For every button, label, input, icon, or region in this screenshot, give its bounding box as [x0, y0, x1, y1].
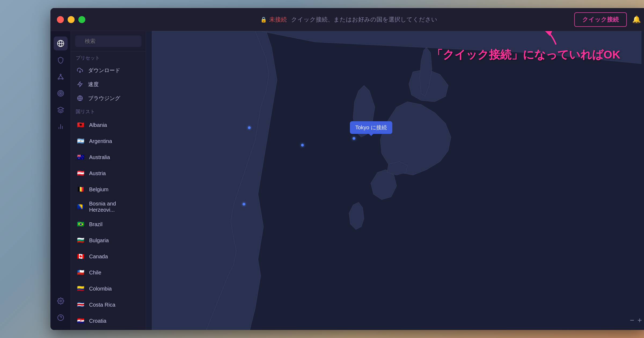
country-item[interactable]: 🇦🇹 Austria [71, 165, 146, 181]
svg-point-16 [60, 300, 61, 302]
country-panel: 🔍 プリセット ダウンロード [71, 31, 146, 330]
svg-point-10 [59, 92, 62, 95]
search-bar: 🔍 [71, 31, 146, 52]
country-item[interactable]: 🇨🇦 Canada [71, 248, 146, 264]
svg-line-6 [58, 75, 61, 78]
annotation-arrow [486, 31, 567, 53]
lock-icon: 🔒 [260, 16, 267, 23]
country-item[interactable]: 🇨🇾 Cyprus [71, 329, 146, 330]
country-flag: 🇦🇹 [76, 168, 85, 178]
country-name: Belgium [89, 186, 108, 193]
country-name: Bulgaria [89, 237, 109, 244]
country-name: Costa Rica [89, 302, 115, 308]
country-flag: 🇨🇱 [76, 268, 85, 277]
country-item[interactable]: 🇧🇬 Bulgaria [71, 232, 146, 248]
sidebar-bottom [54, 294, 68, 325]
map-area: Tokyo に接続 「クイック接続」になっていればOK − + [146, 31, 644, 330]
zoom-controls: − + [630, 316, 642, 325]
country-flag: 🇧🇬 [76, 236, 85, 245]
bell-icon[interactable]: 🔔 [632, 15, 641, 24]
preset-browsing-label: ブラウジング [88, 95, 120, 102]
preset-browsing[interactable]: ブラウジング [71, 91, 146, 105]
country-name: Austria [89, 170, 106, 177]
close-button[interactable] [57, 16, 64, 23]
country-name: Albania [89, 122, 107, 128]
map-dot-3 [243, 203, 245, 205]
zoom-plus-button[interactable]: + [638, 316, 642, 325]
country-item[interactable]: 🇨🇴 Colombia [71, 281, 146, 297]
title-center: 🔒 未接続 クイック接続、またはお好みの国を選択してください [260, 16, 437, 24]
title-bar: 🔒 未接続 クイック接続、またはお好みの国を選択してください クイック接続 🔔 [50, 8, 644, 31]
title-right: クイック接続 🔔 [574, 12, 641, 27]
map-svg [146, 31, 644, 330]
svg-point-4 [58, 78, 59, 79]
country-flag: 🇧🇪 [76, 185, 85, 194]
preset-speed-label: 速度 [88, 81, 99, 88]
zoom-minus-button[interactable]: − [630, 316, 634, 325]
country-item[interactable]: 🇦🇱 Albania [71, 117, 146, 133]
svg-point-11 [60, 93, 61, 94]
preset-section-label: プリセット [71, 52, 146, 63]
sidebar-icon-target[interactable] [54, 86, 68, 100]
svg-point-9 [58, 90, 64, 96]
preset-download-label: ダウンロード [88, 67, 120, 74]
country-flag: 🇨🇦 [76, 252, 85, 261]
country-flag: 🇨🇴 [76, 284, 85, 293]
country-item[interactable]: 🇨🇱 Chile [71, 264, 146, 281]
speed-icon [76, 80, 84, 89]
country-name: Colombia [89, 286, 112, 292]
sidebar-icon-settings[interactable] [54, 294, 68, 308]
svg-point-17 [58, 315, 64, 321]
sidebar-icon-layers[interactable] [54, 103, 68, 117]
map-dot-2 [301, 144, 304, 146]
country-flag: 🇨🇷 [76, 300, 85, 310]
sidebar-icon-shield[interactable] [54, 53, 68, 67]
svg-point-5 [62, 78, 63, 79]
annotation-container: 「クイック接続」になっていればOK [431, 47, 620, 62]
sidebar-icon-globe[interactable] [54, 36, 68, 50]
svg-marker-20 [78, 82, 82, 87]
country-item[interactable]: 🇦🇺 Australia [71, 149, 146, 165]
icon-sidebar [50, 31, 71, 330]
svg-line-7 [61, 75, 63, 78]
main-layout: 🔍 プリセット ダウンロード [50, 31, 644, 330]
minimize-button[interactable] [68, 16, 75, 23]
country-name: Australia [89, 154, 110, 160]
preset-speed[interactable]: 速度 [71, 77, 146, 91]
country-name: Brazil [89, 221, 103, 227]
country-flag: 🇦🇺 [76, 152, 85, 162]
preset-download[interactable]: ダウンロード [71, 63, 146, 77]
country-item[interactable]: 🇨🇷 Costa Rica [71, 297, 146, 313]
country-flag: 🇭🇷 [76, 316, 85, 326]
maximize-button[interactable] [78, 16, 85, 23]
quick-connect-button[interactable]: クイック接続 [574, 12, 627, 27]
country-item[interactable]: 🇦🇷 Argentina [71, 133, 146, 149]
country-item[interactable]: 🇧🇷 Brazil [71, 216, 146, 232]
country-name: Canada [89, 254, 108, 260]
search-input[interactable] [75, 35, 141, 47]
country-item[interactable]: 🇧🇦 Bosnia and Herzeovi... [71, 197, 146, 216]
browsing-icon [76, 94, 84, 102]
country-flag: 🇧🇦 [76, 202, 85, 212]
country-name: Argentina [89, 138, 112, 144]
title-hint: クイック接続、またはお好みの国を選択してください [291, 16, 437, 24]
sidebar-icon-help[interactable] [54, 311, 68, 325]
sidebar-icon-network[interactable] [54, 70, 68, 84]
country-name: Croatia [89, 318, 106, 324]
country-flag: 🇦🇱 [76, 120, 85, 130]
country-list: 🇦🇱 Albania 🇦🇷 Argentina 🇦🇺 Australia 🇦🇹 … [71, 117, 146, 330]
country-name: Chile [89, 270, 101, 276]
sidebar-icon-chart[interactable] [54, 120, 68, 134]
status-text: 未接続 [269, 16, 287, 24]
tokyo-tooltip[interactable]: Tokyo に接続 [350, 121, 392, 134]
country-item[interactable]: 🇭🇷 Croatia [71, 313, 146, 329]
country-list-label: 国リスト [71, 105, 146, 117]
tokyo-tooltip-text: Tokyo に接続 [355, 124, 387, 130]
svg-marker-12 [58, 107, 64, 110]
connection-status: 🔒 未接続 [260, 16, 287, 24]
app-window: 🔒 未接続 クイック接続、またはお好みの国を選択してください クイック接続 🔔 [50, 8, 644, 330]
map-dot-tokyo [353, 137, 355, 140]
map-dot-1 [248, 126, 251, 129]
country-item[interactable]: 🇧🇪 Belgium [71, 181, 146, 197]
country-flag: 🇦🇷 [76, 136, 85, 146]
